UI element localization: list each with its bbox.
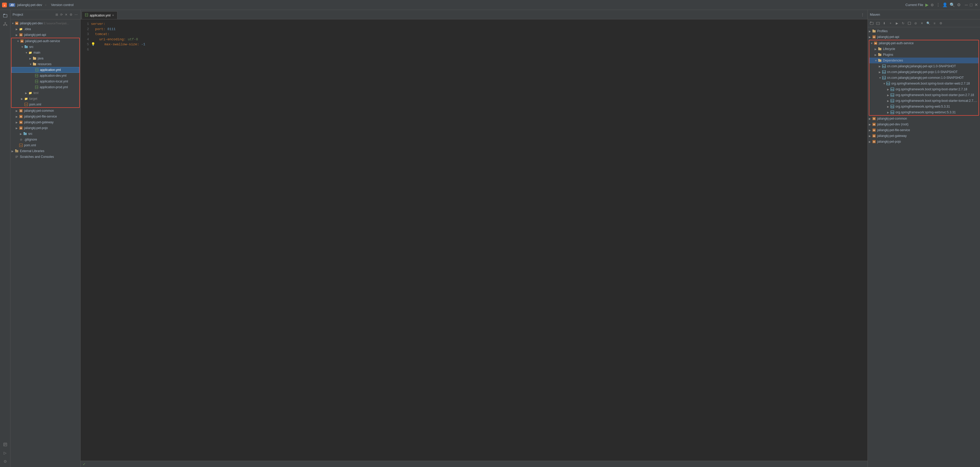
maven-skip-btn[interactable]: ⊘ xyxy=(913,21,918,26)
maven-item-profiles[interactable]: ▶ Profiles xyxy=(868,28,980,34)
maven-item-lifecycle[interactable]: ▶ Lifecycle xyxy=(869,46,978,52)
tree-item-gitignore[interactable]: ⊘ .gitignore xyxy=(11,137,80,142)
maven-item-gateway[interactable]: ▶ m jaliangkj-pet-gateway xyxy=(868,133,980,139)
maven-item-auth-service[interactable]: ▼ m jaliangkj-pet-auth-service xyxy=(869,40,978,46)
project-badge: JD xyxy=(9,3,15,7)
svg-rect-66 xyxy=(878,48,881,50)
services-icon[interactable]: ⊙ xyxy=(2,457,9,465)
svg-rect-21 xyxy=(25,45,26,46)
maven-header: Maven xyxy=(868,10,980,19)
tab-more-actions[interactable]: ⋮ xyxy=(859,13,867,17)
maximize-button[interactable]: □ xyxy=(970,3,972,7)
maven-refresh-btn[interactable]: ↻ xyxy=(900,21,906,26)
maven-title: Maven xyxy=(870,13,978,16)
svg-rect-3 xyxy=(3,14,5,15)
maven-item-pojo[interactable]: ▶ m jaliangkj-pet-pojo xyxy=(868,139,980,145)
maven-item-dev[interactable]: ▶ m jaliangkj-pet-dev (root) xyxy=(868,121,980,127)
status-bar: ✓ xyxy=(81,461,867,467)
tree-item-gateway[interactable]: ▶ m jaliangkj-pet-gateway xyxy=(11,120,80,125)
maven-dep3-1-5[interactable]: ▶ dep org.springframework:spring-webmvc:… xyxy=(869,109,978,115)
maven-item-dependencies[interactable]: ▼ Dependencies xyxy=(869,57,978,63)
maven-open-btn[interactable] xyxy=(869,21,875,26)
project-tree: ▼ m jaliangkj-pet-dev E:\sourceTree\jial… xyxy=(11,19,80,467)
svg-text:dep: dep xyxy=(887,83,890,85)
tree-item-external-libs[interactable]: ▶ External Libraries xyxy=(11,148,80,154)
panel-close-icon[interactable]: ✕ xyxy=(64,12,68,17)
tree-item-pom-root[interactable]: m pom.xml xyxy=(11,142,80,148)
line-numbers: 1 2 3 4 5 6 xyxy=(81,19,91,461)
maven-download-btn[interactable]: ⬇ xyxy=(881,21,887,26)
tree-item-src2[interactable]: ▶ src xyxy=(11,131,80,137)
tree-item-auth-service[interactable]: ▼ m jaliangkj-pet-auth-service xyxy=(11,38,79,44)
maven-add-btn[interactable]: + xyxy=(888,21,893,26)
tab-application-yml[interactable]: YML application.yml ✕ xyxy=(82,11,118,19)
tree-item-pojo[interactable]: ▶ m jaliangkj-pet-pojo xyxy=(11,125,80,131)
maven-run-btn[interactable]: ▶ xyxy=(894,21,900,26)
tree-item-application-prod[interactable]: YML application-prod.yml xyxy=(11,84,79,90)
account-icon[interactable]: 👤 xyxy=(942,2,948,7)
maven-remove-btn[interactable]: ✕ xyxy=(919,21,925,26)
maven-dep3[interactable]: ▼ dep cn.com.jaliangkj:jaliangkj-pet-com… xyxy=(869,75,978,81)
panel-gear-icon[interactable]: ⚙ xyxy=(69,12,73,17)
structure-icon[interactable] xyxy=(2,21,9,28)
tree-item-common[interactable]: ▶ m jaliangkj-pet-common xyxy=(11,108,80,113)
svg-rect-60 xyxy=(872,30,876,32)
code-editor[interactable]: server: port: 8111 tomcat: uri-encoding:… xyxy=(91,19,867,461)
version-control-menu[interactable]: Version control xyxy=(49,2,75,7)
maven-item-file-service[interactable]: ▶ m jaliangkj-pet-file-service xyxy=(868,127,980,133)
minimize-button[interactable]: ─ xyxy=(965,3,968,7)
tree-item-pom-auth[interactable]: m pom.xml xyxy=(11,102,79,107)
left-sidebar-icons: ▷ ⊙ xyxy=(0,10,11,467)
maven-dep3-1-4[interactable]: ▶ dep org.springframework.spring-web:5.3… xyxy=(869,104,978,109)
maven-item-plugins[interactable]: ▶ Plugins xyxy=(869,52,978,57)
project-name[interactable]: jaliangkj-pet-dev xyxy=(17,3,42,7)
settings-icon[interactable]: ⚙ xyxy=(957,2,961,7)
maven-toggle-btn[interactable] xyxy=(907,21,912,26)
maven-dep3-1-1[interactable]: ▶ dep org.springframework.boot:spring-bo… xyxy=(869,86,978,92)
tree-item-target[interactable]: ▶ 📁 target xyxy=(11,96,79,102)
panel-more-icon[interactable]: ⋯ xyxy=(74,12,78,17)
run-sidebar-icon[interactable]: ▷ xyxy=(2,449,9,456)
tab-close-icon[interactable]: ✕ xyxy=(112,14,114,17)
maven-dep3-1[interactable]: ▼ dep org.springframework.boot:spring-bo… xyxy=(869,81,978,86)
tree-item-application-local[interactable]: YML application-local.yml xyxy=(11,78,79,84)
tree-item-root[interactable]: ▼ m jaliangkj-pet-dev E:\sourceTree\jial… xyxy=(11,21,80,26)
tree-item-api[interactable]: ▶ m jaliangkj-pet-api xyxy=(11,32,80,38)
maven-settings-btn[interactable]: ⚙ xyxy=(938,21,943,26)
maven-dep3-1-3[interactable]: ▶ dep org.springframework.boot:spring-bo… xyxy=(869,98,978,104)
project-icon[interactable] xyxy=(2,12,9,19)
more-actions-icon[interactable]: ⋮ xyxy=(936,2,940,7)
maven-find-btn[interactable]: 🔍 xyxy=(925,21,931,26)
editor-content[interactable]: 1 2 3 4 5 6 server: port: 8111 tomcat: u… xyxy=(81,19,867,461)
tree-item-file-service[interactable]: ▶ m jaliangkj-pet-file-service xyxy=(11,113,80,120)
search-everywhere-icon[interactable]: 🔍 xyxy=(950,2,955,7)
tree-item-resources[interactable]: ▼ resources xyxy=(11,61,79,67)
tree-item-java[interactable]: ▶ java xyxy=(11,56,79,61)
maven-open-super-btn[interactable]: + xyxy=(875,21,881,26)
tree-item-application-dev[interactable]: YML application-dev.yml xyxy=(11,73,79,78)
maven-dep1[interactable]: ▶ dep cn.com.jaliangkj:jaliangkj-pet-api… xyxy=(869,63,978,69)
debug-icon[interactable]: ⚙ xyxy=(931,3,934,7)
close-button[interactable]: ✕ xyxy=(975,2,978,7)
maven-auth-highlight: ▼ m jaliangkj-pet-auth-service ▶ Lifecyc… xyxy=(869,40,979,116)
maven-show-deps-btn[interactable]: ≡ xyxy=(932,21,937,26)
run-icon[interactable]: ▶ xyxy=(925,2,929,7)
maven-item-common[interactable]: ▶ m jaliangkj-pet-common xyxy=(868,116,980,121)
current-file-dropdown[interactable]: Current File xyxy=(905,3,923,7)
svg-text:YML: YML xyxy=(35,86,38,88)
maven-dep3-1-2[interactable]: ▶ dep org.springframework.boot:spring-bo… xyxy=(869,92,978,98)
tree-item-main[interactable]: ▼ 📁 main xyxy=(11,50,79,56)
tree-item-src[interactable]: ▼ src xyxy=(11,44,79,50)
tab-yaml-icon: YML xyxy=(85,13,88,18)
editor-icon[interactable] xyxy=(2,441,9,448)
tree-item-application-yml[interactable]: YML application.yml xyxy=(11,67,79,73)
panel-sync-icon[interactable]: ⟳ xyxy=(60,12,63,17)
tree-item-idea[interactable]: ▶ 📁 .idea xyxy=(11,26,80,32)
maven-item-api[interactable]: ▶ m jaliangkj-pet-api xyxy=(868,34,980,40)
panel-expand-icon[interactable]: ⊞ xyxy=(55,12,59,17)
svg-text:m: m xyxy=(25,104,27,106)
maven-dep2[interactable]: ▶ dep cn.com.jaliangkj:jaliangkj-pet-poj… xyxy=(869,69,978,75)
panel-title: Project xyxy=(13,13,54,16)
tree-item-scratches[interactable]: Scratches and Consoles xyxy=(11,154,80,160)
tree-item-test[interactable]: ▶ 📁 test xyxy=(11,90,79,96)
